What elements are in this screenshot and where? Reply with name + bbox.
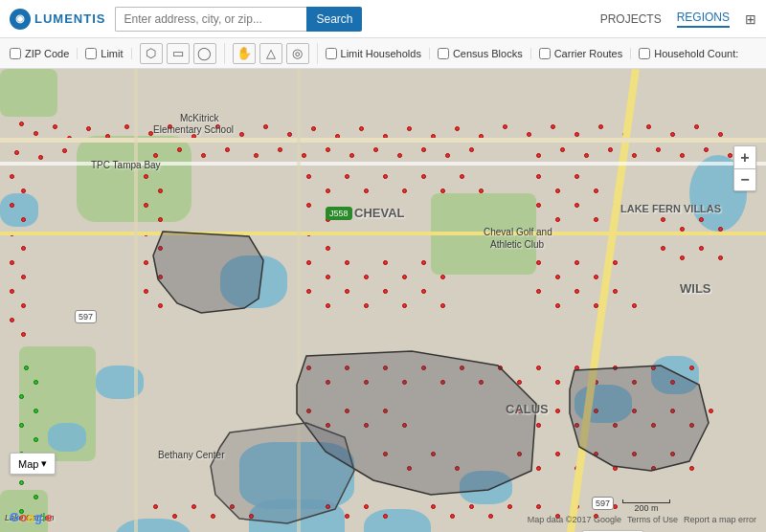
dot	[718, 255, 723, 260]
dot	[431, 504, 436, 509]
dot	[306, 289, 311, 294]
limit-checkbox[interactable]	[85, 48, 97, 59]
dot	[440, 303, 445, 308]
report-link[interactable]: Report a map error	[684, 515, 756, 524]
limit-households-label: Limit Households	[341, 48, 421, 59]
limit-label: Limit	[101, 48, 123, 59]
dot	[326, 246, 330, 251]
hand-tool-btn[interactable]: ✋	[233, 43, 256, 64]
dot	[594, 275, 598, 279]
dot	[718, 132, 723, 137]
dot	[402, 303, 407, 308]
dot	[555, 275, 560, 279]
dot	[440, 275, 445, 279]
dot	[661, 217, 665, 222]
dot	[278, 147, 282, 152]
dot	[225, 147, 230, 152]
dot	[555, 217, 560, 222]
dot	[594, 188, 598, 193]
dot	[326, 303, 330, 308]
map-type-control[interactable]: Map ▾	[10, 453, 56, 475]
dot	[651, 466, 656, 471]
dot	[326, 504, 330, 509]
dot	[407, 126, 412, 131]
dot	[536, 504, 541, 509]
zip-code-checkbox[interactable]	[10, 48, 21, 59]
dot	[555, 303, 560, 308]
dot	[364, 275, 369, 279]
dot	[345, 289, 349, 294]
dot	[306, 366, 311, 370]
road-h1	[0, 138, 766, 143]
road-marker-597: 597	[75, 310, 97, 323]
dot	[21, 275, 26, 279]
point-select-btn[interactable]: ◎	[286, 43, 309, 64]
dot-green-2	[24, 366, 29, 370]
nav-regions[interactable]: REGIONS	[677, 11, 730, 28]
dot	[574, 203, 579, 208]
dot	[670, 380, 675, 385]
logo-area: ◉ LUMENTIS	[10, 9, 105, 30]
map-data-text: Map data ©2017 Google	[528, 515, 621, 524]
dot	[555, 188, 560, 193]
zoom-out-button[interactable]: −	[733, 168, 756, 191]
dot	[574, 260, 579, 265]
road-h2	[0, 162, 766, 166]
dot	[364, 188, 369, 193]
dot	[440, 188, 445, 193]
dot	[254, 153, 259, 158]
polygon-select-btn[interactable]: △	[259, 43, 282, 64]
map-type-button[interactable]: Map ▾	[11, 454, 55, 474]
google-logo: Google	[10, 510, 53, 524]
dot	[144, 174, 148, 179]
circle-draw-btn[interactable]: ◯	[193, 43, 216, 64]
polygon-draw-btn[interactable]: ⬡	[140, 43, 163, 64]
header: ◉ LUMENTIS Search PROJECTS REGIONS ⊞	[0, 0, 766, 38]
terms-link[interactable]: Terms of Use	[627, 515, 678, 524]
zip-code-group: ZIP Code	[10, 48, 78, 59]
dot	[364, 504, 369, 509]
dot	[445, 153, 450, 158]
water-1	[220, 255, 287, 308]
dot	[192, 504, 196, 509]
dot	[608, 147, 613, 152]
search-button[interactable]: Search	[306, 7, 362, 32]
dot	[383, 409, 388, 413]
dot	[201, 153, 206, 158]
dot-green-6	[19, 423, 24, 428]
zoom-in-button[interactable]: +	[733, 145, 756, 168]
dot	[239, 132, 244, 137]
dot-green-10	[19, 480, 24, 485]
dot	[345, 514, 349, 519]
road-v2	[297, 69, 301, 532]
nav-projects[interactable]: PROJECTS	[600, 12, 662, 26]
dot	[594, 409, 598, 413]
dot	[632, 409, 637, 413]
carrier-routes-label: Carrier Routes	[554, 48, 623, 59]
dot	[10, 318, 14, 322]
dot	[536, 153, 541, 158]
limit-households-group: Limit Households	[326, 48, 430, 59]
census-blocks-checkbox[interactable]	[438, 48, 449, 59]
map-container[interactable]: CHEVAL Cheval Golf and Athletic Club CAL…	[0, 69, 766, 532]
dot	[144, 289, 148, 294]
household-count-checkbox[interactable]	[639, 48, 650, 59]
dot	[632, 303, 637, 308]
road-marker-597b: 597	[592, 497, 614, 510]
limit-households-checkbox[interactable]	[326, 48, 337, 59]
filter-icon[interactable]: ⊞	[745, 11, 756, 27]
map-attribution: Map data ©2017 Google Terms of Use Repor…	[528, 515, 756, 524]
dot	[689, 366, 694, 370]
dot	[144, 203, 148, 208]
rectangle-draw-btn[interactable]: ▭	[167, 43, 190, 64]
dot	[144, 260, 148, 265]
map-background: CHEVAL Cheval Golf and Athletic Club CAL…	[0, 69, 766, 532]
water-3	[48, 423, 86, 452]
search-input[interactable]	[115, 7, 306, 32]
carrier-routes-checkbox[interactable]	[539, 48, 551, 59]
dot	[598, 124, 603, 129]
dot	[517, 380, 522, 385]
dot	[536, 203, 541, 208]
dot	[287, 132, 292, 137]
dot	[479, 188, 484, 193]
